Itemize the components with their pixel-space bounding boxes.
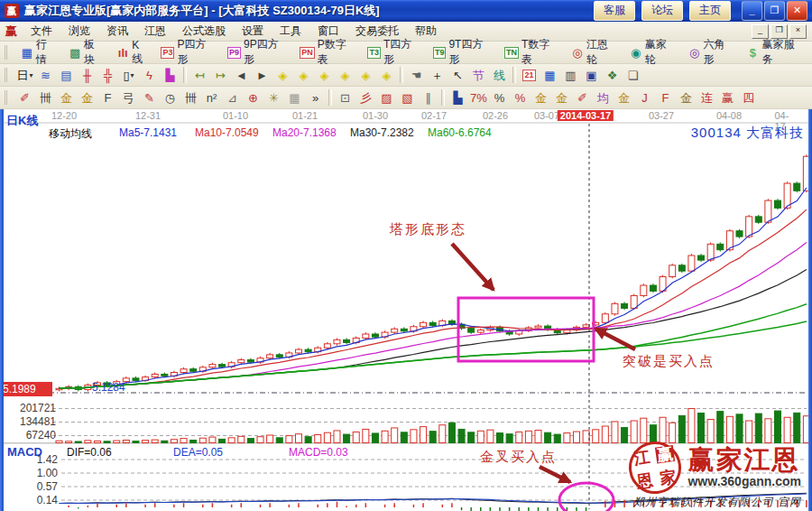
- toolbar-icon-button[interactable]: 节: [468, 66, 489, 84]
- toolbar-icon-button[interactable]: ►: [252, 66, 272, 84]
- drawing-tool-button[interactable]: 金: [531, 88, 551, 107]
- drawing-tool-button[interactable]: ✐: [572, 88, 593, 107]
- title-bar: 赢 赢家江恩专业版[赢家内部服务平台] - [大富科技 SZ300134-79日…: [0, 0, 812, 22]
- drawing-tool-icon: ⊿: [227, 92, 237, 104]
- toolbar-icon-button[interactable]: ❏: [623, 66, 643, 84]
- toolbar-icon-button[interactable]: 21: [519, 66, 540, 84]
- drawing-tool-icon: ◷: [165, 92, 175, 104]
- toolbar-icon-button[interactable]: ▣: [581, 66, 602, 84]
- drawing-tool-button[interactable]: 金: [614, 88, 634, 107]
- toolbar-icon-button[interactable]: ◄: [231, 66, 252, 84]
- minimize-button[interactable]: _: [742, 1, 762, 21]
- toolbar-icon-button[interactable]: ╫: [77, 66, 97, 84]
- toolbar-icon: ▥: [565, 70, 576, 81]
- drawing-tool-button[interactable]: ✎: [139, 88, 160, 107]
- drawing-tool-button[interactable]: 四: [738, 88, 759, 107]
- drawing-tool-button[interactable]: ◷: [160, 88, 180, 107]
- brand-company: 郑州亨瑞软件开发有限公司 官网: [633, 495, 801, 510]
- close-button[interactable]: ✕: [787, 1, 807, 21]
- toolbar-icon-button[interactable]: ▦: [540, 66, 560, 84]
- toolbar-icon: ≋: [41, 70, 51, 81]
- macd-dif-value: DIF=0.06: [67, 446, 112, 459]
- toolbar-icon-button[interactable]: ▤: [56, 66, 77, 84]
- drawing-tool-button[interactable]: ▙: [448, 88, 468, 107]
- toolbar-icon-button[interactable]: ≋: [35, 66, 56, 84]
- drawing-tool-button[interactable]: [328, 89, 332, 106]
- drawing-tool-button[interactable]: F: [97, 88, 118, 107]
- drawing-tool-button[interactable]: %: [510, 88, 531, 107]
- maximize-button[interactable]: ❐: [764, 1, 785, 21]
- drawing-tool-button[interactable]: ⊡: [335, 88, 355, 107]
- drawing-tool-button[interactable]: 卌: [35, 88, 56, 107]
- toolbar-icon-button[interactable]: ☚: [406, 66, 427, 84]
- drawing-tool-button[interactable]: n²: [201, 88, 222, 107]
- drawing-tool-button[interactable]: 金: [56, 88, 77, 107]
- toolbar-icon-button[interactable]: ◈: [314, 66, 335, 84]
- drawing-tool-button[interactable]: 金: [676, 88, 697, 107]
- drawing-tool-button[interactable]: ✐: [14, 88, 35, 107]
- toolbar-icon: 节: [473, 70, 484, 81]
- toolbar-icon-button[interactable]: 线: [489, 66, 510, 84]
- toolbar-boxed-icon: PN: [300, 47, 315, 59]
- toolbar-icon-button[interactable]: ◈: [376, 66, 397, 84]
- drawing-tool-button[interactable]: ▨: [376, 88, 397, 107]
- toolbar-icon-button[interactable]: ◈: [335, 66, 355, 84]
- drawing-tool-button[interactable]: ▧: [397, 88, 418, 107]
- titlebar-link-button[interactable]: 客服: [594, 1, 635, 21]
- drawing-tool-button[interactable]: ✳: [263, 88, 284, 107]
- toolbar-icon: ＋: [431, 70, 443, 81]
- drawing-tool-button[interactable]: J: [634, 88, 655, 107]
- drawing-tool-button[interactable]: 均: [593, 88, 614, 107]
- drawing-tool-button[interactable]: 金: [551, 88, 572, 107]
- drawing-tool-icon: ▙: [454, 92, 463, 104]
- app-window: { "window": { "title": "赢家江恩专业版[赢家内部服务平台…: [0, 0, 812, 511]
- drawing-tool-button[interactable]: ▦: [284, 88, 305, 107]
- drawing-tool-button[interactable]: 赢: [717, 88, 738, 107]
- macd-macd-value: MACD=0.03: [289, 446, 348, 459]
- golden-cross-buy-annotation: 金叉买入点: [480, 449, 557, 466]
- toolbar-icon-button[interactable]: ╬: [97, 66, 118, 84]
- toolbar-button-label: P数字表: [318, 37, 356, 68]
- toolbar-button[interactable]: ılı K线: [111, 38, 154, 68]
- toolbar-icon-button[interactable]: ◈: [355, 66, 376, 84]
- toolbar-icon-button[interactable]: ◈: [272, 66, 293, 84]
- toolbar-icon-button[interactable]: [400, 67, 403, 83]
- drawing-tool-button[interactable]: F: [655, 88, 676, 107]
- drawing-tool-button[interactable]: 卌: [180, 88, 201, 107]
- drawing-tool-icon: ⊡: [340, 92, 350, 104]
- drawing-tool-button[interactable]: ⊿: [222, 88, 243, 107]
- breakout-arrow: [595, 329, 635, 349]
- toolbar-icon-button[interactable]: [183, 67, 187, 83]
- toolbar-icon-button[interactable]: ＋: [427, 66, 448, 84]
- toolbar-button-label: T四方形: [383, 37, 421, 68]
- toolbar-icon-button[interactable]: [512, 67, 516, 83]
- date-tick-label: 12-20: [51, 110, 77, 121]
- toolbar-icon-button[interactable]: ϟ: [139, 66, 160, 84]
- drawing-tool-button[interactable]: ⊕: [243, 88, 263, 107]
- drawing-tool-button[interactable]: 连: [697, 88, 717, 107]
- titlebar-link-button[interactable]: 论坛: [641, 1, 683, 21]
- toolbar-icon: ◎: [688, 46, 701, 60]
- drawing-tool-button[interactable]: 彡: [355, 88, 376, 107]
- drawing-tool-button[interactable]: [441, 89, 445, 106]
- toolbar-icon-button[interactable]: ◈: [293, 66, 314, 84]
- titlebar-link-button[interactable]: 主页: [689, 1, 731, 21]
- toolbar-button-label: 9T四方形: [448, 37, 493, 68]
- ma5-value: Ma5-7.1431: [119, 126, 177, 139]
- toolbar-icon-button[interactable]: ▥: [560, 66, 581, 84]
- drawing-tool-button[interactable]: »: [305, 88, 326, 107]
- drawing-tool-button[interactable]: ∥: [418, 88, 438, 107]
- drawing-tool-button[interactable]: %: [489, 88, 510, 107]
- toolbar-icon-button[interactable]: ▙: [160, 66, 180, 84]
- toolbar-icon-button[interactable]: ↖: [448, 66, 468, 84]
- toolbar-icon-button[interactable]: 日: [14, 66, 35, 84]
- toolbar-icon-button[interactable]: ▯: [118, 66, 139, 84]
- drawing-tool-button[interactable]: 弓: [118, 88, 139, 107]
- toolbar-icon-button[interactable]: ↦: [210, 66, 231, 84]
- drawing-tool-button[interactable]: 7%: [468, 88, 489, 107]
- toolbar-icon-button[interactable]: ↤: [189, 66, 210, 84]
- date-axis: 12-2012-3101-1001-2101-3002-1702-2603-07…: [4, 109, 808, 123]
- drawing-tool-button[interactable]: 金: [77, 88, 97, 107]
- toolbar-icon-button[interactable]: ❖: [602, 66, 623, 84]
- drawing-tool-icon: %: [494, 92, 505, 104]
